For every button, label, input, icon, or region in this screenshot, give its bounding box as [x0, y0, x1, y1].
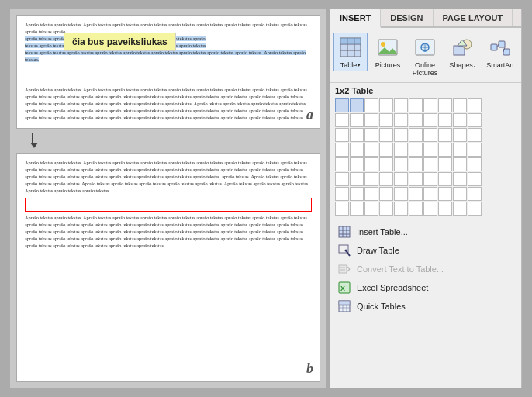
- table-arrow: ▾: [358, 62, 361, 68]
- grid-cell[interactable]: [379, 98, 393, 112]
- grid-cell[interactable]: [423, 172, 437, 186]
- grid-cell[interactable]: [423, 113, 437, 127]
- grid-cell[interactable]: [423, 128, 437, 142]
- grid-cell[interactable]: [394, 113, 408, 127]
- grid-cell[interactable]: [409, 98, 423, 112]
- grid-cell[interactable]: [438, 98, 452, 112]
- grid-cell[interactable]: [409, 187, 423, 201]
- grid-cell[interactable]: [379, 128, 393, 142]
- grid-cell[interactable]: [453, 202, 467, 216]
- grid-cell[interactable]: [468, 202, 482, 216]
- grid-cell[interactable]: [438, 128, 452, 142]
- grid-cell[interactable]: [468, 157, 482, 171]
- grid-cell[interactable]: [364, 98, 378, 112]
- excel-spreadsheet-item[interactable]: X Excel Spreadsheet: [330, 278, 521, 297]
- grid-cell[interactable]: [394, 172, 408, 186]
- grid-cell[interactable]: [350, 113, 364, 127]
- grid-cell[interactable]: [350, 128, 364, 142]
- grid-cell[interactable]: [438, 187, 452, 201]
- grid-cell[interactable]: [468, 143, 482, 157]
- grid-cell[interactable]: [350, 143, 364, 157]
- grid-cell[interactable]: [379, 113, 393, 127]
- quick-tables-item[interactable]: Quick Tables: [330, 297, 521, 316]
- table-button[interactable]: Table ▾: [333, 33, 368, 71]
- grid-cell[interactable]: [438, 113, 452, 127]
- grid-cell-1-2[interactable]: [350, 98, 364, 112]
- grid-cell[interactable]: [394, 202, 408, 216]
- table-grid-section: 1x2 Table: [330, 83, 521, 219]
- grid-cell[interactable]: [438, 172, 452, 186]
- grid-cell[interactable]: [423, 187, 437, 201]
- grid-cell[interactable]: [423, 98, 437, 112]
- grid-cell[interactable]: [423, 143, 437, 157]
- grid-cell[interactable]: [379, 187, 393, 201]
- grid-cell[interactable]: [335, 187, 349, 201]
- tab-design[interactable]: DESIGN: [381, 9, 433, 26]
- grid-cell[interactable]: [379, 172, 393, 186]
- grid-cell[interactable]: [379, 143, 393, 157]
- grid-cell[interactable]: [453, 172, 467, 186]
- grid-cell[interactable]: [468, 172, 482, 186]
- grid-cell[interactable]: [394, 143, 408, 157]
- grid-cell[interactable]: [364, 187, 378, 201]
- grid-cell[interactable]: [379, 157, 393, 171]
- grid-cell[interactable]: [453, 113, 467, 127]
- table-grid[interactable]: [335, 98, 516, 216]
- grid-cell[interactable]: [453, 98, 467, 112]
- grid-cell[interactable]: [335, 157, 349, 171]
- grid-cell[interactable]: [335, 113, 349, 127]
- shapes-button[interactable]: Shapes -: [445, 33, 479, 71]
- insert-table-icon: [338, 226, 351, 238]
- insert-table-item[interactable]: Insert Table...: [330, 223, 521, 241]
- smartart-button[interactable]: SmartArt: [482, 33, 518, 71]
- grid-cell[interactable]: [423, 202, 437, 216]
- grid-cell[interactable]: [468, 113, 482, 127]
- grid-cell[interactable]: [394, 98, 408, 112]
- grid-cell[interactable]: [468, 98, 482, 112]
- pictures-button[interactable]: Pictures: [371, 33, 405, 71]
- ribbon-buttons-row: Table ▾ Pictures: [330, 28, 521, 83]
- grid-cell[interactable]: [364, 172, 378, 186]
- tab-insert[interactable]: INSERT: [330, 9, 381, 28]
- grid-cell[interactable]: [364, 113, 378, 127]
- grid-cell[interactable]: [364, 128, 378, 142]
- grid-cell[interactable]: [409, 202, 423, 216]
- grid-cell[interactable]: [468, 128, 482, 142]
- grid-cell[interactable]: [364, 202, 378, 216]
- grid-cell[interactable]: [350, 172, 364, 186]
- grid-cell[interactable]: [438, 202, 452, 216]
- grid-cell[interactable]: [350, 157, 364, 171]
- grid-cell[interactable]: [379, 202, 393, 216]
- grid-cell[interactable]: [409, 113, 423, 127]
- online-pictures-button[interactable]: Online Pictures: [408, 33, 442, 79]
- grid-cell[interactable]: [453, 157, 467, 171]
- grid-cell[interactable]: [409, 157, 423, 171]
- grid-cell[interactable]: [409, 172, 423, 186]
- excel-spreadsheet-label: Excel Spreadsheet: [357, 283, 428, 292]
- tab-page-layout[interactable]: PAGE LAYOUT: [434, 9, 513, 26]
- grid-cell[interactable]: [335, 128, 349, 142]
- grid-cell[interactable]: [453, 187, 467, 201]
- grid-cell[interactable]: [394, 128, 408, 142]
- grid-cell[interactable]: [335, 172, 349, 186]
- grid-cell[interactable]: [364, 143, 378, 157]
- draw-table-item[interactable]: Draw Table: [330, 241, 521, 260]
- main-container: Aprašo tekstas aprašo tekstas. Aprašo te…: [10, 9, 522, 388]
- grid-cell[interactable]: [409, 128, 423, 142]
- grid-cell[interactable]: [423, 157, 437, 171]
- grid-cell[interactable]: [409, 143, 423, 157]
- grid-cell[interactable]: [453, 128, 467, 142]
- grid-cell[interactable]: [394, 157, 408, 171]
- grid-cell[interactable]: [438, 143, 452, 157]
- grid-cell[interactable]: [394, 187, 408, 201]
- grid-cell[interactable]: [364, 157, 378, 171]
- grid-cell[interactable]: [335, 143, 349, 157]
- grid-cell[interactable]: [350, 187, 364, 201]
- grid-cell[interactable]: [453, 143, 467, 157]
- grid-cell[interactable]: [438, 157, 452, 171]
- grid-cell[interactable]: [335, 202, 349, 216]
- svg-rect-29: [339, 265, 347, 273]
- grid-cell-1-1[interactable]: [335, 98, 349, 112]
- grid-cell[interactable]: [468, 187, 482, 201]
- grid-cell[interactable]: [350, 202, 364, 216]
